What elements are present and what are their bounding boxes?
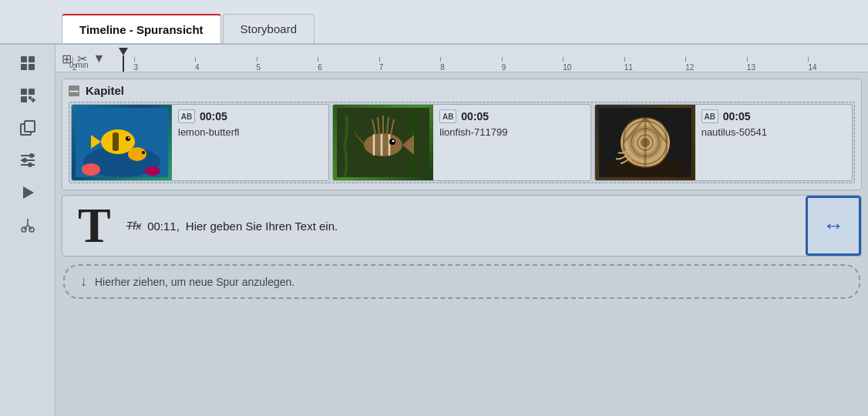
tracks-container: — Kapitel bbox=[56, 72, 868, 416]
text-fx-icon: Tfx bbox=[126, 220, 141, 232]
clip-2[interactable]: AB 00:05 lionfish-711799 bbox=[332, 104, 590, 181]
ruler-mark-6: 6 bbox=[316, 57, 378, 72]
clip-2-duration: 00:05 bbox=[461, 110, 489, 122]
play-icon[interactable] bbox=[12, 179, 43, 206]
svg-rect-3 bbox=[29, 64, 35, 70]
svg-rect-7 bbox=[29, 96, 32, 99]
svg-point-46 bbox=[392, 140, 395, 143]
ruler-mark-12: 12 bbox=[684, 57, 745, 72]
clip-1-time-row: AB 00:05 bbox=[178, 109, 322, 123]
clip-1-name: lemon-butterfl bbox=[178, 126, 322, 138]
clip-3[interactable]: AB 00:05 nautilus-50541 bbox=[594, 104, 853, 181]
ruler-mark-4: 4 bbox=[193, 57, 255, 72]
text-track-placeholder: Hier geben Sie Ihren Text ein. bbox=[186, 220, 338, 233]
svg-rect-2 bbox=[21, 64, 27, 70]
ruler-mark-5: 5 bbox=[255, 57, 317, 72]
svg-point-32 bbox=[128, 137, 130, 139]
tfx-label: Tfx bbox=[126, 220, 141, 232]
svg-point-27 bbox=[145, 166, 160, 176]
text-T-symbol: T bbox=[62, 201, 126, 250]
ruler-mark-11: 11 bbox=[623, 57, 685, 72]
resize-arrows-icon: ↔ bbox=[823, 213, 844, 238]
clip-1-info: AB 00:05 lemon-butterfl bbox=[172, 105, 328, 180]
resize-handle[interactable]: ↔ bbox=[806, 196, 861, 256]
clip-1[interactable]: AB 00:05 lemon-butterfl bbox=[71, 104, 329, 181]
ruler-marks: 2 3 4 5 6 bbox=[71, 45, 868, 72]
add-track-icon[interactable] bbox=[12, 82, 43, 109]
clips-row: AB 00:05 lemon-butterfl bbox=[69, 102, 855, 183]
clip-2-info: AB 00:05 lionfish-711799 bbox=[433, 105, 590, 180]
ruler-mark-2: 2 bbox=[71, 57, 133, 72]
clip-1-thumbnail bbox=[72, 105, 172, 180]
clip-3-name: nautilus-50541 bbox=[701, 126, 846, 138]
svg-rect-5 bbox=[29, 89, 35, 95]
svg-rect-29 bbox=[113, 133, 119, 151]
clip-2-ab-icon: AB bbox=[439, 109, 456, 123]
chapter-title: Kapitel bbox=[86, 84, 124, 97]
grid-icon[interactable] bbox=[12, 49, 43, 77]
chapter-header: — Kapitel bbox=[69, 84, 855, 97]
main-area: ⊞ ✂ ▼ 0 min 2 3 bbox=[0, 45, 868, 416]
svg-marker-18 bbox=[23, 186, 34, 199]
clip-3-thumbnail bbox=[595, 105, 695, 180]
clip-3-ab-icon: AB bbox=[701, 109, 718, 123]
svg-point-34 bbox=[142, 151, 145, 154]
ruler-mark-3: 3 bbox=[133, 57, 194, 72]
ruler-mark-13: 13 bbox=[745, 57, 807, 72]
text-track-time: 00:11, bbox=[147, 220, 180, 233]
svg-rect-4 bbox=[21, 89, 27, 95]
svg-point-17 bbox=[28, 163, 32, 167]
clip-2-name: lionfish-711799 bbox=[439, 126, 584, 138]
drop-zone-arrow-icon: ↓ bbox=[80, 273, 87, 290]
chapter-track: — Kapitel bbox=[62, 79, 862, 190]
svg-point-26 bbox=[82, 163, 100, 176]
clip-1-ab-icon: AB bbox=[178, 109, 195, 123]
clip-2-thumbnail bbox=[333, 105, 433, 180]
clip-1-duration: 00:05 bbox=[200, 110, 227, 122]
clip-2-time-row: AB 00:05 bbox=[439, 109, 584, 123]
trim-icon[interactable] bbox=[12, 211, 43, 239]
duplicate-icon[interactable] bbox=[12, 114, 43, 142]
svg-point-33 bbox=[128, 147, 146, 161]
clip-3-info: AB 00:05 nautilus-50541 bbox=[695, 105, 852, 180]
svg-rect-0 bbox=[21, 56, 27, 62]
timeline-area: ⊞ ✂ ▼ 0 min 2 3 bbox=[56, 45, 868, 416]
ruler-mark-7: 7 bbox=[378, 57, 439, 72]
clip-3-time-row: AB 00:05 bbox=[701, 109, 846, 123]
tab-timeline[interactable]: Timeline - Spuransicht bbox=[62, 14, 221, 43]
text-track: T Tfx 00:11, Hier geben Sie Ihren Text e… bbox=[62, 195, 862, 257]
svg-rect-11 bbox=[25, 121, 35, 132]
ruler-mark-9: 9 bbox=[500, 57, 562, 72]
ruler-mark-8: 8 bbox=[439, 57, 500, 72]
svg-point-16 bbox=[22, 158, 27, 163]
svg-point-36 bbox=[364, 133, 402, 156]
filter-icon[interactable] bbox=[12, 146, 43, 174]
drop-zone[interactable]: ↓ Hierher ziehen, um neue Spur anzulegen… bbox=[63, 264, 860, 299]
clip-3-duration: 00:05 bbox=[723, 110, 751, 122]
svg-rect-1 bbox=[29, 56, 35, 62]
svg-point-31 bbox=[126, 136, 130, 141]
drop-zone-label: Hierher ziehen, um neue Spur anzulegen. bbox=[95, 276, 294, 288]
svg-rect-6 bbox=[21, 96, 27, 102]
tab-bar: Timeline - Spuransicht Storyboard bbox=[0, 0, 868, 45]
tab-storyboard[interactable]: Storyboard bbox=[223, 14, 315, 43]
ruler-mark-10: 10 bbox=[561, 57, 623, 72]
collapse-icon[interactable]: — bbox=[69, 86, 79, 96]
svg-point-15 bbox=[29, 153, 34, 158]
text-track-content: Tfx 00:11, Hier geben Sie Ihren Text ein… bbox=[126, 220, 861, 233]
ruler-mark-14: 14 bbox=[806, 57, 868, 72]
ruler: ⊞ ✂ ▼ 0 min 2 3 bbox=[56, 45, 868, 72]
toolbar bbox=[0, 45, 56, 416]
